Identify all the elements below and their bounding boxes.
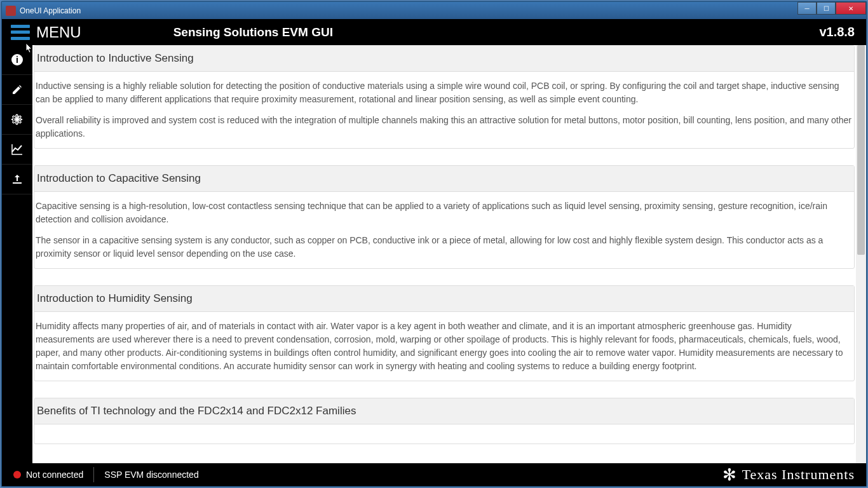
section-paragraph: Overall reliability is improved and syst… — [36, 114, 853, 140]
sidebar: i — [2, 45, 32, 463]
brand-logo: ✻ Texas Instruments — [722, 465, 855, 485]
section-title: Introduction to Humidity Sensing — [34, 286, 854, 312]
pencil-icon — [11, 84, 23, 95]
hamburger-icon[interactable] — [11, 25, 30, 40]
sidebar-chart[interactable] — [2, 135, 32, 165]
window-title: OneUI Application — [20, 6, 81, 15]
section-capacitive: Introduction to Capacitive Sensing Capac… — [34, 165, 855, 269]
section-benefits: Benefits of TI technology and the FDC2x1… — [34, 398, 855, 444]
minimize-button[interactable]: ─ — [797, 2, 817, 15]
window-titlebar: OneUI Application ─ ☐ ✕ — [2, 2, 866, 19]
sidebar-settings[interactable] — [2, 105, 32, 135]
scrollbar[interactable] — [856, 45, 866, 463]
svg-point-2 — [15, 118, 19, 121]
content-area: Introduction to Inductive Sensing Induct… — [32, 45, 856, 463]
device-status: SSP EVM disconnected — [104, 470, 198, 480]
ti-mark-icon: ✻ — [722, 465, 737, 485]
status-indicator-icon — [13, 471, 21, 478]
app-header: MENU Sensing Solutions EVM GUI v1.8.8 — [2, 19, 866, 45]
section-title: Introduction to Capacitive Sensing — [34, 166, 854, 192]
section-paragraph: The sensor in a capacitive sensing syste… — [36, 234, 853, 261]
upload-icon — [11, 173, 23, 185]
info-icon: i — [11, 53, 24, 66]
section-inductive: Introduction to Inductive Sensing Induct… — [34, 45, 855, 149]
page-title: Sensing Solutions EVM GUI — [173, 25, 820, 39]
status-bar: Not connected SSP EVM disconnected ✻ Tex… — [2, 463, 866, 486]
connection-status: Not connected — [26, 470, 83, 480]
brand-name: Texas Instruments — [742, 466, 855, 483]
sidebar-upload[interactable] — [2, 165, 32, 194]
section-paragraph: Inductive sensing is a highly reliable s… — [36, 79, 853, 106]
sidebar-info[interactable]: i — [2, 45, 32, 75]
sidebar-edit[interactable] — [2, 75, 32, 105]
section-title: Benefits of TI technology and the FDC2x1… — [34, 398, 854, 424]
menu-label[interactable]: MENU — [36, 24, 81, 41]
section-paragraph: Humidity affects many properties of air,… — [36, 320, 853, 373]
close-button[interactable]: ✕ — [836, 2, 866, 15]
svg-text:i: i — [16, 55, 18, 65]
scrollbar-thumb[interactable] — [857, 45, 865, 255]
maximize-button[interactable]: ☐ — [817, 2, 836, 15]
app-icon — [6, 6, 16, 16]
version-label: v1.8.8 — [819, 25, 855, 39]
section-humidity: Introduction to Humidity Sensing Humidit… — [34, 285, 855, 381]
section-paragraph: Capacitive sensing is a high-resolution,… — [36, 200, 853, 226]
section-title: Introduction to Inductive Sensing — [34, 46, 854, 72]
chart-icon — [11, 143, 24, 156]
gear-icon — [11, 113, 24, 126]
